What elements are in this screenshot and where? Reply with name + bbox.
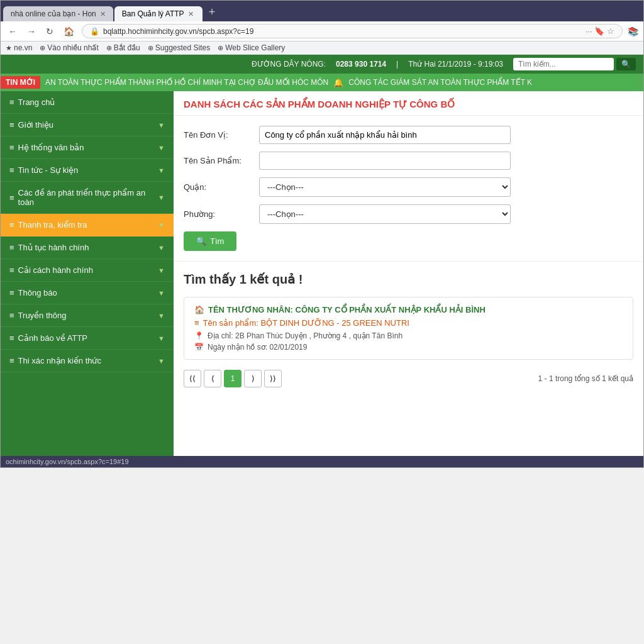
sidebar-item-truyenthong[interactable]: ≡ Truyền thông ▼ xyxy=(1,304,174,327)
chevron-down-icon-6: ▼ xyxy=(158,244,165,252)
new-tab-button[interactable]: + xyxy=(204,3,221,21)
bookmark-suggested[interactable]: ⊕ Suggested Sites xyxy=(148,43,210,52)
lock-icon: 🔒 xyxy=(90,27,99,36)
sidebar-item-thanhtra[interactable]: ≡ Thanh tra, kiểm tra ▼ xyxy=(1,214,174,236)
address-input-container[interactable]: 🔒 bqlattp.hochiminhcity.gov.vn/spcb.aspx… xyxy=(82,24,623,38)
sidebar-item-dean[interactable]: ≡ Các đề án phát triển thực phẩm an toàn… xyxy=(1,182,174,214)
home-button[interactable]: 🏠 xyxy=(61,25,77,38)
sidebar-tintuc-label: Tin tức - Sự kiện xyxy=(18,165,79,175)
pagination-info: 1 - 1 trong tổng số 1 kết quả xyxy=(538,374,633,383)
search-submit-button[interactable]: 🔍 Tìm xyxy=(184,231,236,251)
donvi-input[interactable] xyxy=(259,126,511,144)
result-company-text: TÊN THƯƠNG NHÂN: CÔNG TY CỔ PHẦN XUẤT NH… xyxy=(208,305,486,314)
bookmark-batdau[interactable]: ⊕ Bắt đầu xyxy=(106,43,140,52)
forward-button[interactable]: → xyxy=(25,25,38,38)
address-text: bqlattp.hochiminhcity.gov.vn/spcb.aspx?c… xyxy=(103,27,582,36)
bookmark-batdau-label: Bắt đầu xyxy=(114,43,140,52)
chevron-down-icon-2: ▼ xyxy=(158,144,165,152)
canhbao-icon: ≡ xyxy=(9,333,14,343)
search-form: Tên Đơn Vị: Tên Sản Phẩm: Quận: ---Chọn-… xyxy=(174,116,643,261)
bookmark-vaonhieunhat[interactable]: ⊕ Vào nhiều nhất xyxy=(40,43,98,52)
sanpham-input[interactable] xyxy=(259,152,511,170)
main-layout: ≡ Trang chủ ≡ Giới thiệu ▼ ≡ Hệ thống vă… xyxy=(1,91,643,456)
pagination-controls: ⟨⟨ ⟨ 1 ⟩ ⟩⟩ xyxy=(184,370,282,387)
topbar-date: Thứ Hai 21/1/2019 - 9:19:03 xyxy=(408,60,503,69)
status-url: ochiminhcity.gov.vn/spcb.aspx?c=19#19 xyxy=(6,458,129,465)
search-btn-label: Tìm xyxy=(210,236,224,246)
site-topbar: ĐƯỜNG DÂY NÓNG: 0283 930 1714 | Thứ Hai … xyxy=(1,55,643,74)
result-address-text: Địa chỉ: 2B Phan Thúc Duyện , Phường 4 ,… xyxy=(208,331,402,340)
page-1-button[interactable]: 1 xyxy=(224,370,242,387)
bookmark-ne[interactable]: ★ ne.vn xyxy=(6,43,32,52)
sidebar-dean-label: Các đề án phát triển thực phẩm an toàn xyxy=(18,188,158,207)
chevron-down-icon-9: ▼ xyxy=(158,312,165,319)
refresh-button[interactable]: ↻ xyxy=(43,25,56,38)
thutuc-icon: ≡ xyxy=(9,243,14,252)
page-first-button[interactable]: ⟨⟨ xyxy=(184,370,201,387)
result-card: 🏠 TÊN THƯƠNG NHÂN: CÔNG TY CỔ PHẦN XUẤT … xyxy=(184,297,633,360)
result-date: 📅 Ngày nhận hồ sơ: 02/01/2019 xyxy=(194,343,623,352)
truyenthong-icon: ≡ xyxy=(9,311,14,320)
sidebar-item-caicach[interactable]: ≡ Cải cách hành chính ▼ xyxy=(1,259,174,282)
phuong-label: Phường: xyxy=(184,209,259,219)
tab-2[interactable]: Ban Quản lý ATTP ✕ xyxy=(114,6,203,21)
thongbao-icon: ≡ xyxy=(9,288,14,297)
quan-select[interactable]: ---Chọn--- xyxy=(259,177,511,197)
bookmark-webslice[interactable]: ⊕ Web Slice Gallery xyxy=(218,43,285,52)
chevron-down-icon-11: ▼ xyxy=(158,357,165,365)
bookmark-vaonhieunhat-label: Vào nhiều nhất xyxy=(47,43,98,52)
map-pin-icon: 📍 xyxy=(194,331,204,340)
sidebar-item-hethongvanban[interactable]: ≡ Hệ thống văn bản ▼ xyxy=(1,136,174,159)
dean-icon: ≡ xyxy=(9,193,14,203)
site-wrapper: ĐƯỜNG DÂY NÓNG: 0283 930 1714 | Thứ Hai … xyxy=(1,55,643,456)
search-button[interactable]: 🔍 xyxy=(616,58,636,70)
sidebar-item-gioithieu[interactable]: ≡ Giới thiệu ▼ xyxy=(1,114,174,136)
hethongvanban-icon: ≡ xyxy=(9,143,14,152)
list-icon: ≡ xyxy=(194,318,199,328)
tab-1[interactable]: nhà online của bạn - Hon ✕ xyxy=(3,6,113,21)
bookmark-ne-icon: ★ xyxy=(6,44,12,52)
sidebar: ≡ Trang chủ ≡ Giới thiệu ▼ ≡ Hệ thống vă… xyxy=(1,91,174,456)
bookmark-webslice-label: Web Slice Gallery xyxy=(225,43,285,52)
bookmarks-bar: ★ ne.vn ⊕ Vào nhiều nhất ⊕ Bắt đầu ⊕ Sug… xyxy=(1,42,643,55)
result-company: 🏠 TÊN THƯƠNG NHÂN: CÔNG TY CỔ PHẦN XUẤT … xyxy=(194,305,623,314)
sidebar-item-tintuc[interactable]: ≡ Tin tức - Sự kiện ▼ xyxy=(1,159,174,182)
tab-2-close[interactable]: ✕ xyxy=(188,10,194,18)
sidebar-item-trangchu[interactable]: ≡ Trang chủ xyxy=(1,91,174,114)
hotline-number: 0283 930 1714 xyxy=(336,60,386,69)
bookmark-suggested-icon: ⊕ xyxy=(148,44,153,52)
phuong-select[interactable]: ---Chọn--- xyxy=(259,204,511,224)
status-bar: ochiminhcity.gov.vn/spcb.aspx?c=19#19 xyxy=(1,456,643,467)
result-date-text: Ngày nhận hồ sơ: 02/01/2019 xyxy=(208,343,307,352)
tab-1-close[interactable]: ✕ xyxy=(100,10,106,18)
page-last-button[interactable]: ⟩⟩ xyxy=(264,370,282,387)
chevron-down-icon-4: ▼ xyxy=(158,194,165,201)
sidebar-truyenthong-label: Truyền thông xyxy=(18,311,67,320)
page-prev-button[interactable]: ⟨ xyxy=(204,370,221,387)
back-button[interactable]: ← xyxy=(6,25,19,38)
sidebar-item-canhbao[interactable]: ≡ Cảnh báo về ATTP ▼ xyxy=(1,327,174,350)
chevron-down-icon-8: ▼ xyxy=(158,289,165,297)
sidebar-item-thongbao[interactable]: ≡ Thông báo ▼ xyxy=(1,282,174,304)
news-ticker: TIN MỚI AN TOÀN THỰC PHẨM THÀNH PHỐ HỒ C… xyxy=(1,74,643,91)
topbar-separator: | xyxy=(396,60,398,69)
hotline-label: ĐƯỜNG DÂY NÓNG: xyxy=(252,60,326,69)
ticker-text2: CÔNG TÁC GIÁM SÁT AN TOÀN THỰC PHẨM TẾT … xyxy=(348,78,532,87)
ticker-badge: TIN MỚI xyxy=(1,76,40,89)
bookmark-suggested-label: Suggested Sites xyxy=(155,43,210,52)
sidebar-item-thixacnhan[interactable]: ≡ Thi xác nhận kiến thức ▼ xyxy=(1,350,174,372)
tab-2-label: Ban Quản lý ATTP xyxy=(122,9,184,18)
search-input[interactable] xyxy=(513,58,614,70)
sidebar-item-thutuc[interactable]: ≡ Thủ tục hành chính ▼ xyxy=(1,236,174,259)
pagination: ⟨⟨ ⟨ 1 ⟩ ⟩⟩ 1 - 1 trong tổng số 1 kết qu… xyxy=(184,370,633,387)
sidebar-caicach-label: Cải cách hành chính xyxy=(18,265,93,275)
calendar-icon: 📅 xyxy=(194,343,204,352)
sanpham-label: Tên Sản Phẩm: xyxy=(184,156,259,165)
sidebar-gioithieu-label: Giới thiệu xyxy=(18,120,53,130)
form-row-quan: Quận: ---Chọn--- xyxy=(184,177,633,197)
thixacnhan-icon: ≡ xyxy=(9,356,14,365)
result-product-text: Tên sản phẩm: BỘT DINH DƯỠNG - 25 GREEN … xyxy=(203,318,409,328)
page-next-button[interactable]: ⟩ xyxy=(244,370,262,387)
sidebar-trangchu-label: Trang chủ xyxy=(18,97,55,107)
ticker-text1: AN TOÀN THỰC PHẨM THÀNH PHỐ HỒ CHÍ MINH … xyxy=(45,78,328,87)
